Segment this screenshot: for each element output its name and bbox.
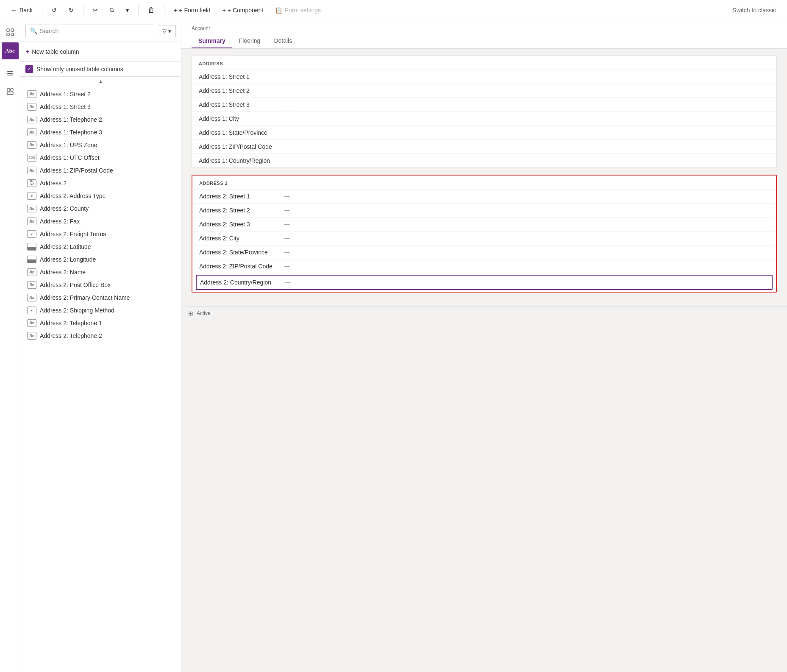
- sidebar-item-addr2-type[interactable]: ▾Address 2: Address Type: [20, 190, 181, 202]
- field-row-address-1[interactable]: Address 1: Street 2---: [192, 84, 776, 98]
- sidebar-item-addr2-lon[interactable]: Address 2: Longitude: [20, 253, 181, 266]
- new-column-button[interactable]: + New table column: [25, 45, 79, 58]
- plus-icon-2: +: [222, 7, 226, 14]
- sidebar-item-label-addr1-tel2: Address 1: Telephone 2: [40, 116, 102, 123]
- sidebar-item-label-addr2-freight: Address 2: Freight Terms: [40, 231, 106, 237]
- status-text: Active: [197, 310, 211, 316]
- sidebar-item-label-addr2-primary: Address 2: Primary Contact Name: [40, 294, 130, 301]
- rail-icon-text[interactable]: Abc: [2, 42, 19, 59]
- field-label: Address 2: State/Province: [199, 249, 284, 256]
- field-type-icon-addr2-lat: [27, 243, 36, 251]
- field-label: Address 2: Street 3: [199, 221, 284, 228]
- undo-button[interactable]: ↺: [47, 4, 61, 16]
- field-row-address-5[interactable]: Address 1: ZIP/Postal Code---: [192, 139, 776, 153]
- sidebar-item-addr1-ups[interactable]: AbcAddress 1: UPS Zone: [20, 139, 181, 151]
- field-row-address-0[interactable]: Address 1: Street 1---: [192, 70, 776, 84]
- sidebar-item-addr2-primary[interactable]: AbcAddress 2: Primary Contact Name: [20, 291, 181, 304]
- search-box[interactable]: 🔍: [25, 25, 154, 37]
- field-label: Address 1: City: [199, 115, 284, 122]
- field-row-address2-2[interactable]: Address 2: Street 3---: [192, 217, 776, 231]
- sidebar-item-label-addr1-ups: Address 1: UPS Zone: [40, 142, 97, 148]
- filter-button[interactable]: ▽ ▾: [158, 25, 176, 37]
- sidebar-item-addr1-utc[interactable]: 123Address 1: UTC Offset: [20, 151, 181, 164]
- field-label: Address 2: Country/Region: [200, 279, 285, 286]
- search-input[interactable]: [40, 28, 150, 34]
- field-type-icon-addr2-shipping: ▾: [27, 307, 36, 314]
- field-row-address-6[interactable]: Address 1: Country/Region---: [192, 153, 776, 167]
- sidebar-item-addr2-county[interactable]: AbcAddress 2: County: [20, 202, 181, 215]
- sidebar-item-label-addr2-shipping: Address 2: Shipping Method: [40, 307, 114, 314]
- rail-icon-components[interactable]: [2, 83, 19, 100]
- sidebar-item-addr1-tel3[interactable]: AbcAddress 1: Telephone 3: [20, 126, 181, 139]
- sidebar-item-addr2-tel1[interactable]: AbcAddress 2: Telephone 1: [20, 317, 181, 329]
- rail-icon-grid[interactable]: [2, 24, 19, 41]
- field-row-address-2[interactable]: Address 1: Street 3---: [192, 98, 776, 112]
- delete-icon: 🗑: [148, 6, 155, 14]
- sidebar-item-addr2-tel2-last[interactable]: AbcAddress 2: Telephone 2: [20, 329, 181, 342]
- sidebar-item-label-addr1-tel3: Address 1: Telephone 3: [40, 129, 102, 136]
- sidebar-item-addr1-street2[interactable]: AbcAddress 1: Street 2: [20, 88, 181, 100]
- sidebar-item-label-addr1-zip: Address 1: ZIP/Postal Code: [40, 167, 113, 174]
- form-tabs: SummaryFlooringDetails: [192, 34, 777, 48]
- field-label: Address 1: Street 1: [199, 73, 284, 80]
- field-label: Address 1: Street 2: [199, 87, 284, 94]
- redo-button[interactable]: ↻: [64, 4, 78, 16]
- field-value: ---: [284, 115, 289, 122]
- add-component-button[interactable]: + + Component: [218, 4, 268, 16]
- tab-flooring[interactable]: Flooring: [232, 34, 267, 48]
- field-row-address2-0[interactable]: Address 2: Street 1---: [192, 189, 776, 203]
- sidebar-item-label-addr2-tel2-last: Address 2: Telephone 2: [40, 332, 102, 339]
- switch-classic-button[interactable]: Switch to classic: [728, 4, 780, 16]
- show-unused-checkbox[interactable]: [25, 65, 33, 73]
- field-row-address-3[interactable]: Address 1: City---: [192, 112, 776, 125]
- add-component-label: + Component: [228, 7, 263, 14]
- delete-button[interactable]: 🗑: [144, 4, 159, 17]
- field-label: Address 1: State/Province: [199, 129, 284, 136]
- cut-button[interactable]: ✂: [89, 4, 102, 16]
- sidebar-item-addr2-name[interactable]: AbcAddress 2: Name: [20, 266, 181, 279]
- tab-details[interactable]: Details: [267, 34, 299, 48]
- selected-field-wrapper[interactable]: Address 2: Country/Region---: [196, 275, 773, 290]
- form-settings-button[interactable]: 📋 Form settings: [271, 4, 325, 16]
- sidebar-item-addr2-shipping[interactable]: ▾Address 2: Shipping Method: [20, 304, 181, 317]
- more-button[interactable]: ▾: [122, 4, 133, 16]
- sidebar-item-addr2-fax[interactable]: AbcAddress 2: Fax: [20, 215, 181, 228]
- field-value: ---: [285, 279, 291, 286]
- field-type-icon-addr2: Abcdef: [27, 179, 36, 187]
- separator-2: [83, 5, 83, 15]
- field-row-address2-3[interactable]: Address 2: City---: [192, 231, 776, 245]
- sidebar-item-addr2-freight[interactable]: ▾Address 2: Freight Terms: [20, 228, 181, 240]
- field-row-address2-4[interactable]: Address 2: State/Province---: [192, 245, 776, 259]
- sidebar-item-label-addr1-utc: Address 1: UTC Offset: [40, 154, 100, 161]
- separator-1: [42, 5, 42, 15]
- sidebar-item-label-addr2: Address 2: [40, 180, 67, 187]
- field-type-icon-addr1-zip: Abc: [27, 167, 36, 174]
- rail-icon-layers[interactable]: [2, 64, 19, 81]
- sidebar-item-label-addr2-county: Address 2: County: [40, 205, 89, 212]
- sidebar-item-addr2[interactable]: AbcdefAddress 2: [20, 177, 181, 190]
- sidebar-item-addr1-zip[interactable]: AbcAddress 1: ZIP/Postal Code: [20, 164, 181, 177]
- field-value: ---: [284, 143, 289, 150]
- tab-summary[interactable]: Summary: [192, 34, 232, 48]
- field-row-address2-1[interactable]: Address 2: Street 2---: [192, 203, 776, 217]
- scroll-arrow[interactable]: ▲: [20, 77, 181, 86]
- show-unused-checkbox-row[interactable]: Show only unused table columns: [20, 62, 181, 77]
- field-value: ---: [284, 87, 289, 94]
- svg-rect-4: [7, 71, 13, 72]
- add-form-field-button[interactable]: + + Form field: [170, 4, 215, 16]
- field-row-address-4[interactable]: Address 1: State/Province---: [192, 125, 776, 139]
- field-type-icon-addr1-utc: 123: [27, 154, 36, 162]
- paste-button[interactable]: ⧉: [106, 4, 118, 16]
- field-row-address2-5[interactable]: Address 2: ZIP/Postal Code---: [192, 259, 776, 273]
- sidebar-item-addr2-lat[interactable]: Address 2: Latitude: [20, 240, 181, 253]
- field-type-icon-addr2-county: Abc: [27, 205, 36, 212]
- sidebar-item-addr1-street3[interactable]: AbcAddress 1: Street 3: [20, 100, 181, 113]
- sidebar-item-addr2-pobox[interactable]: AbcAddress 2: Post Office Box: [20, 279, 181, 291]
- field-row-selected[interactable]: Address 2: Country/Region---: [197, 276, 772, 289]
- cut-icon: ✂: [93, 7, 98, 14]
- field-type-icon-addr2-tel1: Abc: [27, 319, 36, 327]
- filter-icon: ▽: [162, 28, 167, 34]
- form-settings-label: Form settings: [285, 7, 321, 14]
- sidebar-item-addr1-tel2[interactable]: AbcAddress 1: Telephone 2: [20, 113, 181, 126]
- back-button[interactable]: ← Back: [7, 4, 37, 16]
